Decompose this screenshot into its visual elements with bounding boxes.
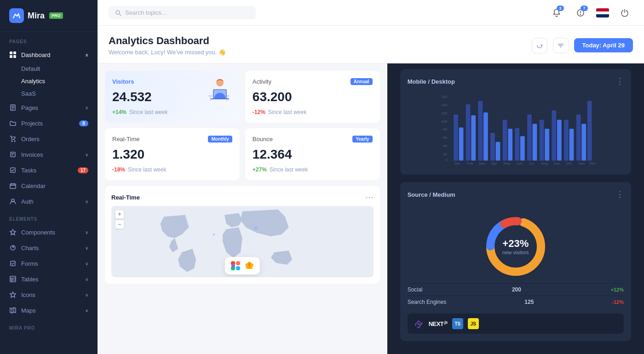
sidebar-item-forms[interactable]: Forms ∨ bbox=[0, 256, 98, 271]
alerts-count: 7 bbox=[581, 6, 588, 11]
source-row-social: Social 200 +12% bbox=[408, 283, 624, 296]
svg-rect-90 bbox=[569, 129, 574, 160]
svg-rect-76 bbox=[483, 112, 488, 160]
svg-rect-14 bbox=[10, 184, 16, 188]
visitor-illustration bbox=[201, 74, 236, 104]
javascript-badge: JS bbox=[468, 318, 479, 329]
sidebar-label-tables: Tables bbox=[21, 276, 39, 283]
svg-text:Jun: Jun bbox=[517, 161, 523, 166]
sidebar-item-projects[interactable]: Projects 8 bbox=[0, 115, 98, 131]
svg-text:Dec: Dec bbox=[589, 161, 596, 166]
svg-rect-2 bbox=[10, 55, 12, 58]
sidebar-label-calendar: Calendar bbox=[21, 183, 46, 189]
forms-icon bbox=[9, 260, 17, 267]
svg-rect-93 bbox=[587, 101, 592, 161]
pro-badge: PRO bbox=[49, 12, 63, 19]
svg-rect-75 bbox=[478, 101, 483, 161]
sidebar-item-auth[interactable]: Auth ∨ bbox=[0, 194, 98, 209]
sidebar-sub-analytics[interactable]: Analytics bbox=[0, 75, 98, 87]
svg-rect-84 bbox=[532, 124, 537, 160]
filter-button[interactable] bbox=[553, 38, 569, 53]
sidebar-label-pages: Pages bbox=[21, 104, 38, 111]
alerts-button[interactable]: 7 bbox=[572, 5, 589, 21]
sidebar-item-maps[interactable]: Maps ∨ bbox=[0, 303, 98, 318]
svg-rect-91 bbox=[576, 114, 581, 160]
source-medium-menu[interactable]: ⋮ bbox=[615, 189, 624, 200]
svg-rect-10 bbox=[11, 152, 15, 157]
svg-text:60: 60 bbox=[443, 136, 447, 140]
power-button[interactable] bbox=[616, 5, 633, 21]
tasks-badge: 17 bbox=[78, 167, 88, 173]
sidebar-item-orders[interactable]: Orders bbox=[0, 131, 98, 147]
sidebar: Mira PRO PAGES Dashboard ∧ Default Analy… bbox=[0, 0, 98, 354]
cart-icon bbox=[9, 135, 17, 143]
chevron-icon-forms: ∨ bbox=[85, 261, 88, 266]
logo-text: Mira bbox=[28, 11, 45, 21]
map-container: + − bbox=[111, 206, 374, 277]
svg-rect-71 bbox=[454, 114, 458, 160]
svg-text:20: 20 bbox=[443, 152, 447, 156]
visitors-since: Since last week bbox=[129, 109, 167, 115]
source-medium-label: Source / Medium bbox=[408, 191, 455, 198]
sidebar-item-tables[interactable]: Tables ∨ bbox=[0, 271, 98, 287]
sidebar-label-projects: Projects bbox=[21, 120, 43, 127]
sidebar-item-tasks[interactable]: Tasks 17 bbox=[0, 162, 98, 178]
svg-rect-72 bbox=[459, 127, 463, 160]
svg-text:Aug: Aug bbox=[541, 161, 547, 166]
svg-rect-49 bbox=[236, 266, 240, 270]
chevron-icon-auth: ∨ bbox=[85, 199, 88, 204]
content-wrapper: Visitors bbox=[98, 63, 644, 354]
grid-icon bbox=[9, 51, 17, 58]
source-social-value: 200 bbox=[512, 286, 521, 293]
bounce-change: +27% bbox=[253, 166, 267, 173]
svg-marker-25 bbox=[10, 308, 16, 313]
figma-icon bbox=[230, 261, 241, 271]
svg-text:0: 0 bbox=[445, 158, 448, 162]
flag-icon bbox=[596, 8, 609, 17]
svg-rect-80 bbox=[508, 129, 512, 160]
sidebar-item-dashboard[interactable]: Dashboard ∧ bbox=[0, 47, 98, 63]
svg-text:Sep: Sep bbox=[553, 161, 560, 166]
sidebar-item-icons[interactable]: Icons ∨ bbox=[0, 287, 98, 303]
map-menu-button[interactable]: ⋯ bbox=[365, 192, 374, 202]
sidebar-label-tasks: Tasks bbox=[21, 167, 36, 174]
mobile-desktop-menu[interactable]: ⋮ bbox=[615, 76, 624, 86]
calendar-icon bbox=[9, 182, 17, 189]
svg-rect-78 bbox=[495, 142, 500, 160]
notifications-button[interactable]: 3 bbox=[548, 5, 565, 21]
svg-text:Jan: Jan bbox=[454, 161, 460, 166]
sidebar-item-invoices[interactable]: Invoices ∨ bbox=[0, 147, 98, 162]
sidebar-sub-saas[interactable]: SaaS bbox=[0, 87, 98, 100]
refresh-button[interactable] bbox=[532, 38, 547, 53]
activity-badge: Annual bbox=[351, 78, 373, 85]
donut-center: +23% new visitors bbox=[502, 238, 529, 255]
map-zoom-out[interactable]: − bbox=[115, 220, 124, 229]
mobile-desktop-title: Mobile / Desktop ⋮ bbox=[408, 76, 624, 86]
svg-rect-85 bbox=[539, 120, 544, 160]
sidebar-sub-default[interactable]: Default bbox=[0, 63, 98, 75]
today-button[interactable]: Today: April 29 bbox=[574, 38, 633, 52]
sidebar-item-charts[interactable]: Charts ∨ bbox=[0, 240, 98, 256]
sidebar-item-pages[interactable]: Pages ∨ bbox=[0, 100, 98, 115]
activity-value: 63.200 bbox=[253, 90, 373, 104]
page-title: Analytics Dashboard bbox=[109, 35, 532, 47]
map-zoom-in[interactable]: + bbox=[115, 210, 124, 219]
tech-logos-dark: NEXT.js TS JS bbox=[408, 314, 624, 334]
sidebar-item-components[interactable]: Components ∨ bbox=[0, 224, 98, 240]
svg-point-8 bbox=[12, 141, 12, 142]
section-pages: PAGES bbox=[0, 32, 98, 47]
source-medium-card: Source / Medium ⋮ bbox=[400, 182, 631, 341]
svg-point-32 bbox=[581, 14, 581, 14]
source-search-name: Search Engines bbox=[408, 299, 447, 305]
chevron-icon: ∧ bbox=[85, 52, 88, 57]
sidebar-item-calendar[interactable]: Calendar bbox=[0, 178, 98, 194]
search-box[interactable]: Search topics... bbox=[109, 6, 256, 19]
sketch-icon bbox=[244, 261, 254, 271]
chevron-icon-comp: ∨ bbox=[85, 230, 88, 235]
svg-rect-47 bbox=[236, 261, 240, 265]
svg-text:40: 40 bbox=[443, 144, 447, 148]
svg-rect-73 bbox=[466, 104, 470, 161]
realtime-badge: Monthly bbox=[208, 136, 232, 143]
sidebar-label-invoices: Invoices bbox=[21, 151, 43, 158]
svg-point-110 bbox=[415, 324, 416, 325]
